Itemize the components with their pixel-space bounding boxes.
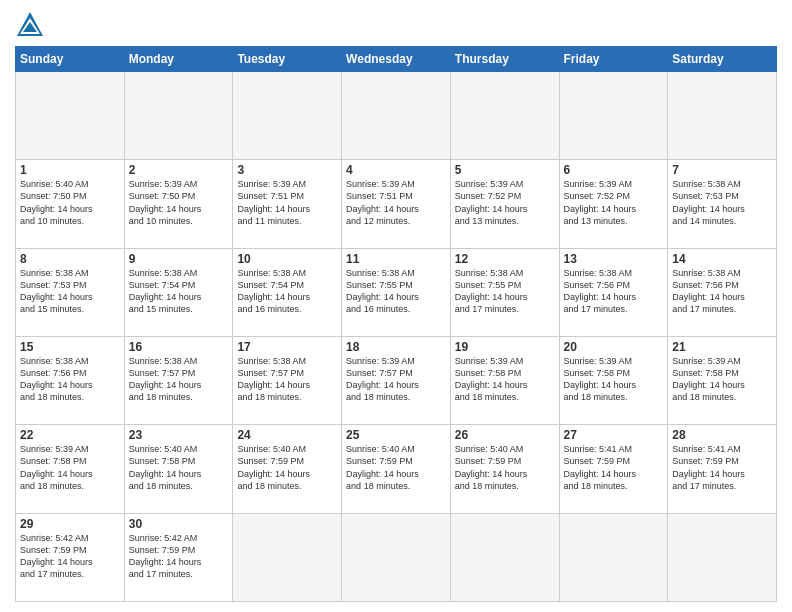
day-number: 12 — [455, 252, 555, 266]
calendar-cell: 6Sunrise: 5:39 AMSunset: 7:52 PMDaylight… — [559, 160, 668, 248]
calendar-cell: 16Sunrise: 5:38 AMSunset: 7:57 PMDayligh… — [124, 336, 233, 424]
day-number: 3 — [237, 163, 337, 177]
calendar-cell: 14Sunrise: 5:38 AMSunset: 7:56 PMDayligh… — [668, 248, 777, 336]
calendar-cell — [559, 72, 668, 160]
day-number: 1 — [20, 163, 120, 177]
cell-content: Sunrise: 5:40 AMSunset: 7:59 PMDaylight:… — [237, 443, 337, 492]
calendar-week-row — [16, 72, 777, 160]
calendar-cell: 15Sunrise: 5:38 AMSunset: 7:56 PMDayligh… — [16, 336, 125, 424]
day-number: 2 — [129, 163, 229, 177]
day-number: 10 — [237, 252, 337, 266]
cell-content: Sunrise: 5:39 AMSunset: 7:58 PMDaylight:… — [20, 443, 120, 492]
cell-content: Sunrise: 5:40 AMSunset: 7:59 PMDaylight:… — [455, 443, 555, 492]
logo — [15, 10, 49, 40]
calendar-header-friday: Friday — [559, 47, 668, 72]
day-number: 30 — [129, 517, 229, 531]
calendar-cell: 7Sunrise: 5:38 AMSunset: 7:53 PMDaylight… — [668, 160, 777, 248]
calendar-header-monday: Monday — [124, 47, 233, 72]
day-number: 27 — [564, 428, 664, 442]
calendar-cell: 12Sunrise: 5:38 AMSunset: 7:55 PMDayligh… — [450, 248, 559, 336]
cell-content: Sunrise: 5:38 AMSunset: 7:55 PMDaylight:… — [346, 267, 446, 316]
header — [15, 10, 777, 40]
calendar-cell — [450, 513, 559, 601]
day-number: 7 — [672, 163, 772, 177]
calendar-cell: 2Sunrise: 5:39 AMSunset: 7:50 PMDaylight… — [124, 160, 233, 248]
cell-content: Sunrise: 5:39 AMSunset: 7:50 PMDaylight:… — [129, 178, 229, 227]
calendar-cell: 3Sunrise: 5:39 AMSunset: 7:51 PMDaylight… — [233, 160, 342, 248]
calendar-cell: 24Sunrise: 5:40 AMSunset: 7:59 PMDayligh… — [233, 425, 342, 513]
calendar-header-thursday: Thursday — [450, 47, 559, 72]
cell-content: Sunrise: 5:42 AMSunset: 7:59 PMDaylight:… — [129, 532, 229, 581]
day-number: 9 — [129, 252, 229, 266]
calendar-cell: 13Sunrise: 5:38 AMSunset: 7:56 PMDayligh… — [559, 248, 668, 336]
calendar-week-row: 29Sunrise: 5:42 AMSunset: 7:59 PMDayligh… — [16, 513, 777, 601]
calendar-week-row: 1Sunrise: 5:40 AMSunset: 7:50 PMDaylight… — [16, 160, 777, 248]
cell-content: Sunrise: 5:38 AMSunset: 7:53 PMDaylight:… — [20, 267, 120, 316]
calendar-week-row: 22Sunrise: 5:39 AMSunset: 7:58 PMDayligh… — [16, 425, 777, 513]
calendar-cell — [16, 72, 125, 160]
calendar-header-sunday: Sunday — [16, 47, 125, 72]
day-number: 29 — [20, 517, 120, 531]
calendar-cell: 9Sunrise: 5:38 AMSunset: 7:54 PMDaylight… — [124, 248, 233, 336]
calendar-cell: 18Sunrise: 5:39 AMSunset: 7:57 PMDayligh… — [342, 336, 451, 424]
calendar-cell: 19Sunrise: 5:39 AMSunset: 7:58 PMDayligh… — [450, 336, 559, 424]
calendar-cell: 4Sunrise: 5:39 AMSunset: 7:51 PMDaylight… — [342, 160, 451, 248]
cell-content: Sunrise: 5:40 AMSunset: 7:58 PMDaylight:… — [129, 443, 229, 492]
day-number: 14 — [672, 252, 772, 266]
day-number: 22 — [20, 428, 120, 442]
cell-content: Sunrise: 5:39 AMSunset: 7:51 PMDaylight:… — [237, 178, 337, 227]
day-number: 4 — [346, 163, 446, 177]
calendar-cell: 17Sunrise: 5:38 AMSunset: 7:57 PMDayligh… — [233, 336, 342, 424]
calendar-cell — [124, 72, 233, 160]
cell-content: Sunrise: 5:42 AMSunset: 7:59 PMDaylight:… — [20, 532, 120, 581]
cell-content: Sunrise: 5:38 AMSunset: 7:57 PMDaylight:… — [237, 355, 337, 404]
calendar-cell: 25Sunrise: 5:40 AMSunset: 7:59 PMDayligh… — [342, 425, 451, 513]
calendar-cell: 23Sunrise: 5:40 AMSunset: 7:58 PMDayligh… — [124, 425, 233, 513]
calendar-cell: 30Sunrise: 5:42 AMSunset: 7:59 PMDayligh… — [124, 513, 233, 601]
day-number: 26 — [455, 428, 555, 442]
day-number: 18 — [346, 340, 446, 354]
calendar-cell — [233, 513, 342, 601]
calendar-cell: 5Sunrise: 5:39 AMSunset: 7:52 PMDaylight… — [450, 160, 559, 248]
calendar-table: SundayMondayTuesdayWednesdayThursdayFrid… — [15, 46, 777, 602]
calendar-cell — [342, 513, 451, 601]
calendar-header-saturday: Saturday — [668, 47, 777, 72]
page: SundayMondayTuesdayWednesdayThursdayFrid… — [0, 0, 792, 612]
cell-content: Sunrise: 5:38 AMSunset: 7:56 PMDaylight:… — [672, 267, 772, 316]
calendar-cell: 11Sunrise: 5:38 AMSunset: 7:55 PMDayligh… — [342, 248, 451, 336]
calendar-cell: 22Sunrise: 5:39 AMSunset: 7:58 PMDayligh… — [16, 425, 125, 513]
day-number: 6 — [564, 163, 664, 177]
day-number: 8 — [20, 252, 120, 266]
cell-content: Sunrise: 5:39 AMSunset: 7:58 PMDaylight:… — [672, 355, 772, 404]
cell-content: Sunrise: 5:39 AMSunset: 7:58 PMDaylight:… — [455, 355, 555, 404]
cell-content: Sunrise: 5:38 AMSunset: 7:54 PMDaylight:… — [237, 267, 337, 316]
day-number: 24 — [237, 428, 337, 442]
logo-icon — [15, 10, 45, 40]
calendar-week-row: 15Sunrise: 5:38 AMSunset: 7:56 PMDayligh… — [16, 336, 777, 424]
calendar-cell — [559, 513, 668, 601]
calendar-cell: 1Sunrise: 5:40 AMSunset: 7:50 PMDaylight… — [16, 160, 125, 248]
calendar-header-tuesday: Tuesday — [233, 47, 342, 72]
day-number: 15 — [20, 340, 120, 354]
day-number: 13 — [564, 252, 664, 266]
cell-content: Sunrise: 5:39 AMSunset: 7:57 PMDaylight:… — [346, 355, 446, 404]
cell-content: Sunrise: 5:39 AMSunset: 7:58 PMDaylight:… — [564, 355, 664, 404]
cell-content: Sunrise: 5:38 AMSunset: 7:57 PMDaylight:… — [129, 355, 229, 404]
day-number: 20 — [564, 340, 664, 354]
calendar-cell — [450, 72, 559, 160]
calendar-cell — [233, 72, 342, 160]
cell-content: Sunrise: 5:41 AMSunset: 7:59 PMDaylight:… — [672, 443, 772, 492]
calendar-cell — [342, 72, 451, 160]
calendar-cell: 10Sunrise: 5:38 AMSunset: 7:54 PMDayligh… — [233, 248, 342, 336]
day-number: 5 — [455, 163, 555, 177]
calendar-header-row: SundayMondayTuesdayWednesdayThursdayFrid… — [16, 47, 777, 72]
calendar-week-row: 8Sunrise: 5:38 AMSunset: 7:53 PMDaylight… — [16, 248, 777, 336]
day-number: 11 — [346, 252, 446, 266]
calendar-cell: 8Sunrise: 5:38 AMSunset: 7:53 PMDaylight… — [16, 248, 125, 336]
day-number: 16 — [129, 340, 229, 354]
calendar-cell: 20Sunrise: 5:39 AMSunset: 7:58 PMDayligh… — [559, 336, 668, 424]
day-number: 21 — [672, 340, 772, 354]
day-number: 23 — [129, 428, 229, 442]
cell-content: Sunrise: 5:38 AMSunset: 7:56 PMDaylight:… — [564, 267, 664, 316]
cell-content: Sunrise: 5:40 AMSunset: 7:50 PMDaylight:… — [20, 178, 120, 227]
